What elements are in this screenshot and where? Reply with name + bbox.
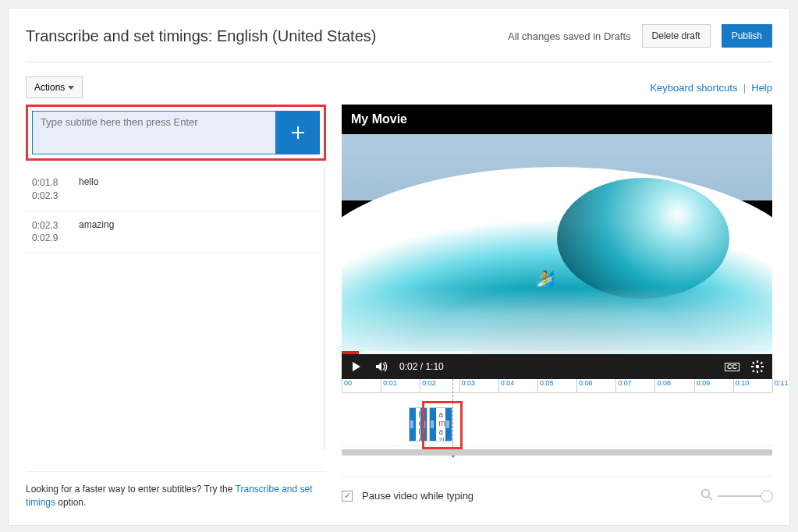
ruler-tick: 0:04 — [498, 379, 515, 392]
svg-rect-5 — [752, 362, 755, 365]
ruler-tick: 0:08 — [654, 379, 671, 392]
help-link[interactable]: Help — [751, 82, 772, 94]
subtitle-input[interactable] — [32, 111, 276, 154]
actions-label: Actions — [34, 82, 65, 93]
pause-label: Pause video while typing — [362, 490, 473, 502]
plus-icon — [291, 126, 305, 140]
svg-line-10 — [709, 497, 713, 501]
subtitle-row[interactable]: 0:02.3 0:02.9 amazing — [26, 211, 321, 254]
ruler-tick: 00 — [342, 379, 352, 392]
ruler-tick: 0:07 — [615, 379, 632, 392]
video-time-duration: 1:10 — [425, 361, 443, 372]
clip-handle-left[interactable] — [430, 408, 436, 441]
subtitle-input-group — [26, 105, 326, 161]
svg-rect-1 — [757, 360, 758, 363]
svg-rect-8 — [752, 370, 755, 373]
play-icon[interactable] — [349, 360, 364, 374]
volume-icon[interactable] — [374, 360, 388, 374]
separator: | — [743, 82, 746, 94]
video-frame[interactable]: 🏄 — [342, 134, 772, 354]
actions-dropdown-button[interactable]: Actions — [26, 76, 83, 98]
tip-pre: Looking for a faster way to enter subtit… — [26, 484, 236, 495]
subtitle-start: 0:02.3 — [32, 219, 79, 232]
timeline-clip[interactable]: helo — [409, 407, 428, 442]
save-status: All changes saved in Drafts — [508, 30, 631, 42]
subtitle-times: 0:02.3 0:02.9 — [32, 219, 79, 246]
keyboard-shortcuts-link[interactable]: Keyboard shortcuts — [650, 82, 737, 94]
subtitle-start: 0:01.8 — [32, 176, 79, 190]
publish-button[interactable]: Publish — [722, 24, 772, 48]
zoom-slider[interactable] — [718, 495, 772, 497]
timeline-track[interactable]: heloamazi — [342, 393, 772, 446]
timeline-ruler[interactable]: 000:010:020:030:040:050:060:070:080:090:… — [342, 379, 772, 393]
subtitle-list[interactable]: 0:01.8 0:02.3 hello 0:02.3 0:02.9 amazin… — [26, 168, 326, 449]
ruler-tick: 0:05 — [537, 379, 554, 392]
svg-rect-2 — [757, 371, 758, 373]
add-subtitle-button[interactable] — [276, 111, 320, 154]
video-bg-curl — [557, 178, 729, 299]
ruler-tick: 0:02 — [420, 379, 436, 392]
surfer-icon: 🏄 — [535, 269, 555, 288]
footer-right: ✓ Pause video while typing — [342, 477, 772, 503]
page-title: Transcribe and set timings: English (Uni… — [26, 27, 376, 45]
svg-point-9 — [702, 490, 710, 498]
video-buffered — [342, 351, 471, 354]
header-right: All changes saved in Drafts Delete draft… — [508, 24, 772, 48]
subtitle-text: amazing — [79, 219, 315, 246]
gear-icon[interactable] — [750, 360, 764, 374]
timeline-scrollbar[interactable] — [342, 449, 772, 456]
left-column: 0:01.8 0:02.3 hello 0:02.3 0:02.9 amazin… — [26, 105, 326, 456]
ruler-tick: 0:10 — [733, 379, 750, 392]
pause-checkbox[interactable]: ✓ — [342, 491, 353, 502]
ruler-tick: 0:06 — [576, 379, 593, 392]
video-played — [342, 351, 359, 354]
video-title: My Movie — [342, 105, 772, 134]
video-time: 0:02 / 1:10 — [399, 361, 444, 372]
right-column: My Movie 🏄 — [342, 105, 772, 456]
ruler-tick: 0:03 — [459, 379, 476, 392]
svg-rect-7 — [760, 362, 763, 365]
toolbar-row: Actions Keyboard shortcuts | Help — [26, 76, 772, 98]
ruler-tick: 0:09 — [694, 379, 711, 392]
subtitle-row[interactable]: 0:01.8 0:02.3 hello — [26, 168, 321, 211]
playhead[interactable] — [452, 379, 453, 452]
caret-down-icon — [68, 86, 74, 90]
svg-point-0 — [756, 365, 760, 369]
clip-handle-right[interactable] — [445, 408, 452, 441]
page: Transcribe and set timings: English (Uni… — [8, 8, 790, 526]
zoom-slider-thumb[interactable] — [761, 490, 773, 502]
clip-handle-left[interactable] — [410, 408, 416, 441]
video-progress-bar[interactable] — [342, 351, 772, 354]
subtitle-times: 0:01.8 0:02.3 — [32, 176, 79, 203]
tip-post: option. — [55, 497, 86, 508]
svg-rect-4 — [761, 366, 764, 367]
footer-row: Looking for a faster way to enter subtit… — [26, 471, 772, 509]
svg-rect-6 — [760, 370, 763, 373]
subtitle-text: hello — [79, 176, 315, 203]
video-time-sep: / — [417, 361, 425, 372]
timeline: 000:010:020:030:040:050:060:070:080:090:… — [342, 379, 772, 456]
ruler-tick: 0:11 — [772, 379, 789, 392]
svg-rect-3 — [751, 366, 754, 367]
cc-button[interactable]: CC — [725, 363, 739, 371]
help-links: Keyboard shortcuts | Help — [650, 82, 772, 94]
video-controls: 0:02 / 1:10 CC — [342, 354, 772, 379]
tip-text: Looking for a faster way to enter subtit… — [26, 471, 326, 509]
timeline-clip[interactable]: amazi — [429, 407, 452, 442]
video-bg-foam — [342, 288, 772, 354]
header-row: Transcribe and set timings: English (Uni… — [26, 24, 772, 62]
clip-handle-right[interactable] — [420, 408, 427, 441]
timeline-scroll-thumb[interactable] — [342, 449, 772, 456]
video-player: My Movie 🏄 — [342, 105, 772, 379]
zoom-control — [700, 488, 772, 503]
subtitle-end: 0:02.9 — [32, 232, 79, 245]
columns: 0:01.8 0:02.3 hello 0:02.3 0:02.9 amazin… — [26, 105, 772, 456]
video-time-current: 0:02 — [399, 361, 417, 372]
subtitle-end: 0:02.3 — [32, 190, 79, 203]
ruler-tick: 0:01 — [381, 379, 397, 392]
delete-draft-button[interactable]: Delete draft — [642, 24, 711, 48]
zoom-icon[interactable] — [700, 488, 713, 503]
